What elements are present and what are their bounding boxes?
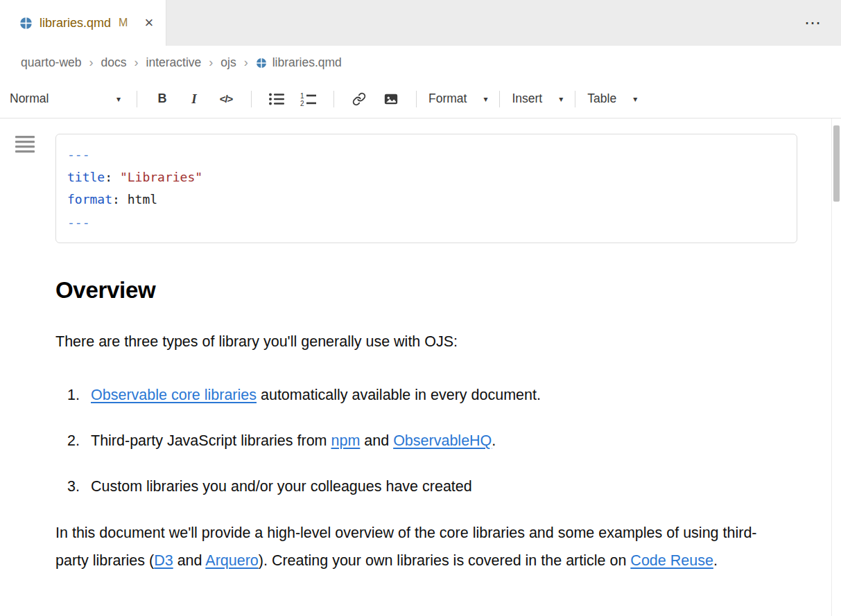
chevron-down-icon: ▾ bbox=[483, 94, 487, 104]
breadcrumb-item-libraries-qmd[interactable]: libraries.qmd bbox=[256, 55, 342, 70]
quarto-icon bbox=[256, 58, 267, 69]
yaml-value-title: "Libraries" bbox=[120, 170, 202, 184]
breadcrumb-item-quarto-web[interactable]: quarto-web bbox=[21, 55, 82, 70]
yaml-colon: : bbox=[105, 170, 120, 184]
tab-bar: libraries.qmd M × ⋯ bbox=[0, 0, 841, 46]
breadcrumb-file-label: libraries.qmd bbox=[272, 55, 342, 70]
table-menu[interactable]: Table ▾ bbox=[584, 86, 640, 112]
link-d3[interactable]: D3 bbox=[154, 552, 173, 569]
modified-badge: M bbox=[119, 17, 128, 29]
closing-text: . bbox=[713, 552, 718, 569]
insert-menu[interactable]: Insert ▾ bbox=[509, 86, 566, 112]
format-menu[interactable]: Format ▾ bbox=[426, 86, 490, 112]
yaml-delimiter: --- bbox=[67, 147, 90, 161]
list-item-text: Custom libraries you and/or your colleag… bbox=[91, 473, 472, 500]
breadcrumb-item-ojs[interactable]: ojs bbox=[220, 55, 236, 70]
paragraph-style-dropdown[interactable]: Normal ▾ bbox=[10, 86, 128, 112]
list-item: 3. Custom libraries you and/or your coll… bbox=[55, 473, 797, 500]
link-observable-core-libraries[interactable]: Observable core libraries bbox=[91, 387, 257, 403]
toolbar-separator bbox=[499, 91, 500, 107]
breadcrumb: quarto-web › docs › interactive › ojs › … bbox=[0, 46, 841, 80]
yaml-line: format: html bbox=[67, 188, 786, 211]
yaml-key-title: title bbox=[67, 170, 105, 184]
numbered-list: 1. Observable core libraries automatical… bbox=[55, 382, 797, 500]
tab-title: libraries.qmd bbox=[40, 16, 111, 30]
editor-actions: ⋯ bbox=[804, 0, 841, 46]
toolbar-separator bbox=[333, 91, 334, 107]
toolbar-separator bbox=[575, 91, 575, 107]
quarto-icon bbox=[19, 17, 33, 30]
list-item-tail: . bbox=[492, 432, 496, 449]
yaml-colon: : bbox=[112, 192, 128, 206]
italic-icon: I bbox=[191, 91, 196, 107]
yaml-line: --- bbox=[67, 211, 786, 234]
yaml-line: --- bbox=[67, 143, 786, 166]
link-icon bbox=[352, 92, 366, 106]
breadcrumb-item-interactive[interactable]: interactive bbox=[146, 55, 202, 70]
svg-text:1: 1 bbox=[300, 92, 304, 100]
chevron-down-icon: ▾ bbox=[116, 94, 121, 104]
list-item: 1. Observable core libraries automatical… bbox=[55, 382, 797, 408]
list-item-text: Observable core libraries automatically … bbox=[91, 382, 541, 408]
list-number: 1. bbox=[67, 382, 91, 408]
code-button[interactable]: </> bbox=[210, 86, 242, 112]
insert-menu-label: Insert bbox=[512, 91, 542, 106]
more-actions-icon[interactable]: ⋯ bbox=[804, 13, 822, 33]
link-npm[interactable]: npm bbox=[331, 432, 360, 449]
block-drag-handle-icon[interactable] bbox=[15, 135, 35, 156]
bullet-list-button[interactable] bbox=[261, 86, 293, 112]
quarto-visual-editor: libraries.qmd M × ⋯ quarto-web › docs › … bbox=[0, 0, 841, 616]
list-item-lead: Third-party JavaScript libraries from bbox=[91, 432, 331, 449]
svg-text:2: 2 bbox=[300, 99, 304, 106]
intro-paragraph: There are three types of library you'll … bbox=[55, 331, 797, 353]
image-button[interactable] bbox=[375, 86, 407, 112]
numbered-list-button[interactable]: 1 2 bbox=[293, 86, 324, 112]
yaml-value-format: html bbox=[128, 192, 157, 206]
image-icon bbox=[383, 91, 399, 107]
chevron-right-icon: › bbox=[244, 55, 248, 70]
code-icon: </> bbox=[220, 93, 233, 105]
closing-text: ). Creating your own libraries is covere… bbox=[259, 552, 631, 569]
list-item-tail: automatically available in every documen… bbox=[257, 387, 541, 403]
bold-button[interactable]: B bbox=[146, 86, 178, 112]
format-menu-label: Format bbox=[428, 91, 467, 106]
link-code-reuse[interactable]: Code Reuse bbox=[630, 552, 713, 569]
yaml-line: title: "Libraries" bbox=[67, 166, 786, 189]
closing-text: and bbox=[173, 552, 206, 569]
close-icon[interactable]: × bbox=[144, 15, 153, 30]
chevron-down-icon: ▾ bbox=[633, 94, 637, 104]
yaml-key-format: format bbox=[67, 192, 112, 206]
chevron-right-icon: › bbox=[89, 55, 94, 70]
formatting-toolbar: Normal ▾ B I </> bbox=[0, 80, 841, 118]
yaml-delimiter: --- bbox=[67, 215, 90, 229]
table-menu-label: Table bbox=[587, 91, 616, 106]
link-observablehq[interactable]: ObservableHQ bbox=[393, 432, 492, 449]
heading-overview: Overview bbox=[55, 277, 797, 303]
paragraph-style-label: Normal bbox=[10, 91, 49, 106]
bold-icon: B bbox=[158, 91, 167, 106]
document-editor[interactable]: --- title: "Libraries" format: html --- … bbox=[0, 118, 831, 616]
yaml-front-matter-block[interactable]: --- title: "Libraries" format: html --- bbox=[55, 134, 797, 243]
chevron-down-icon: ▾ bbox=[559, 94, 563, 104]
chevron-right-icon: › bbox=[135, 55, 139, 70]
toolbar-separator bbox=[251, 91, 252, 107]
list-number: 2. bbox=[67, 428, 91, 454]
vertical-scrollbar[interactable] bbox=[831, 118, 841, 616]
numbered-list-icon: 1 2 bbox=[300, 92, 317, 106]
tab-libraries-qmd[interactable]: libraries.qmd M × bbox=[0, 0, 166, 46]
closing-paragraph: In this document we'll provide a high-le… bbox=[55, 519, 757, 574]
list-number: 3. bbox=[67, 473, 91, 500]
link-arquero[interactable]: Arquero bbox=[205, 552, 259, 569]
list-item: 2. Third-party JavaScript libraries from… bbox=[55, 428, 797, 454]
toolbar-separator bbox=[416, 91, 417, 107]
bullet-list-icon bbox=[268, 92, 285, 106]
scrollbar-thumb[interactable] bbox=[833, 125, 840, 202]
italic-button[interactable]: I bbox=[178, 86, 210, 112]
list-item-mid: and bbox=[360, 432, 393, 449]
link-button[interactable] bbox=[343, 86, 375, 112]
list-item-text: Third-party JavaScript libraries from np… bbox=[91, 428, 496, 454]
breadcrumb-item-docs[interactable]: docs bbox=[101, 55, 127, 70]
toolbar-separator bbox=[137, 91, 137, 107]
chevron-right-icon: › bbox=[209, 55, 213, 70]
